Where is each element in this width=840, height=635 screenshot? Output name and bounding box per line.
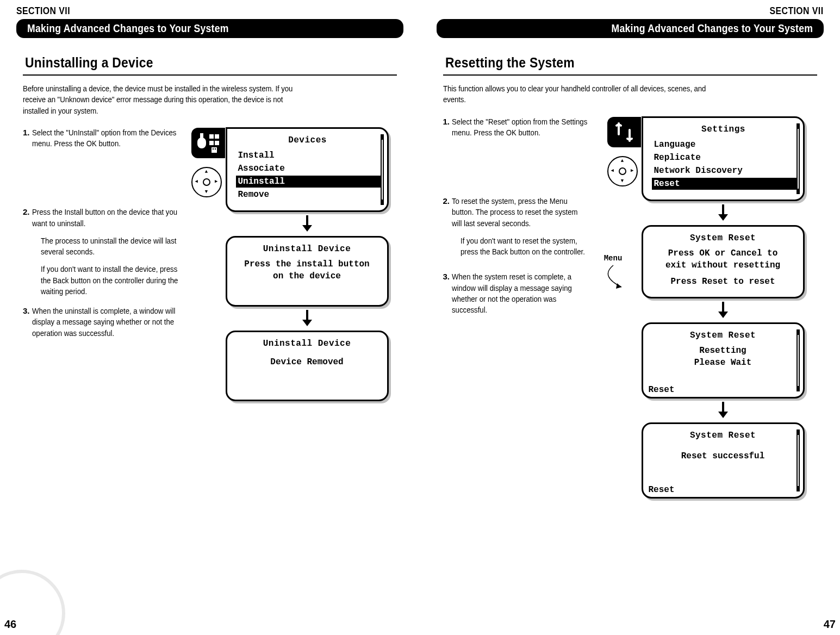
flow-arrow-icon xyxy=(715,402,731,418)
lcd-title: System Reset xyxy=(648,331,799,340)
lcd-softkey-label: Reset xyxy=(649,485,675,495)
page-number-right: 47 xyxy=(824,618,836,631)
subheading-left: Uninstalling a Device xyxy=(23,54,397,76)
lcd-resetting: System Reset Resetting Please Wait Reset xyxy=(642,322,805,399)
intro-left: Before uninstalling a device, the device… xyxy=(23,83,349,116)
menu-item: Install xyxy=(236,150,381,161)
svg-marker-14 xyxy=(718,214,728,221)
lcd-text: Device Removed xyxy=(232,356,383,368)
steps-left: 1. Select the "UnInstall" option from th… xyxy=(23,127,201,401)
lcd-reset-result: System Reset Reset successful Reset xyxy=(642,422,805,499)
devices-icon xyxy=(191,128,225,158)
menu-item: Network Discovery xyxy=(652,165,797,177)
steps-right: 1. Select the "Reset" option from the Se… xyxy=(443,116,606,499)
svg-marker-19 xyxy=(718,412,728,418)
step: 1. Select the "Reset" option from the Se… xyxy=(443,116,606,139)
svg-marker-12 xyxy=(302,320,312,326)
lcd-title: Devices xyxy=(233,135,383,145)
subheading-right: Resetting the System xyxy=(443,54,818,76)
page-number-left: 46 xyxy=(4,618,16,631)
menu-item: Remove xyxy=(236,189,381,201)
flow-arrow-icon xyxy=(715,204,731,221)
step: 2. Press the Install button on the devic… xyxy=(23,207,201,297)
section-label-left: SECTION VII xyxy=(16,5,70,17)
intro-right: This function allows you to clear your h… xyxy=(443,83,769,105)
lcd-title: Uninstall Device xyxy=(232,244,383,254)
scrollbar-icon xyxy=(797,329,800,391)
lcd-devices-menu: ▲▼◀▶ Devices InstallAssociateUninstallRe… xyxy=(226,127,389,212)
menu-item: Language xyxy=(652,139,797,151)
flow-arrow-icon xyxy=(299,310,315,326)
scrollbar-icon xyxy=(381,134,384,205)
menu-item: Replicate xyxy=(652,152,797,164)
lcd-text: Press OK or Cancel to xyxy=(648,247,799,259)
svg-rect-3 xyxy=(215,134,219,139)
lcd-reset-prompt: Menu System Reset Press OK or Cancel to … xyxy=(642,225,805,298)
menu-item: Associate xyxy=(236,163,381,175)
svg-rect-5 xyxy=(215,141,219,145)
svg-rect-6 xyxy=(211,147,217,153)
dpad-icon: ▲▼◀▶ xyxy=(191,167,222,197)
step: 2. To reset the system, press the Menu b… xyxy=(443,196,606,257)
menu-button-callout: Menu xyxy=(589,254,638,292)
lcd-title: System Reset xyxy=(648,431,799,440)
lcd-title: Uninstall Device xyxy=(232,339,383,348)
lcd-text: Press Reset to reset xyxy=(648,276,799,288)
heading-bar-right: Making Advanced Changes to Your System xyxy=(437,19,824,38)
menu-item: Uninstall xyxy=(236,176,381,188)
lcd-uninstall-result: Uninstall Device Device Removed xyxy=(226,331,389,401)
lcd-uninstall-prompt: Uninstall Device Press the install butto… xyxy=(226,236,389,307)
lcd-title: Settings xyxy=(649,124,799,134)
lcd-text: Reset successful xyxy=(648,450,799,462)
flow-arrow-icon xyxy=(715,302,731,318)
step: 3. When the system reset is complete, a … xyxy=(443,271,606,315)
lcd-text: exit without resetting xyxy=(648,259,799,271)
lcd-text: Please Wait xyxy=(648,357,799,369)
svg-rect-4 xyxy=(209,141,214,145)
heading-bar-left: Making Advanced Changes to Your System xyxy=(16,19,403,38)
svg-point-8 xyxy=(214,148,215,150)
step: 3. When the uninstall is complete, a win… xyxy=(23,306,201,339)
lcd-text: Press the install button xyxy=(232,258,383,270)
section-label-right: SECTION VII xyxy=(770,5,824,17)
svg-point-7 xyxy=(212,148,213,150)
scrollbar-icon xyxy=(797,429,800,491)
lcd-softkey-label: Reset xyxy=(649,385,675,395)
lcd-settings-menu: ▲▼◀▶ Settings LanguageReplicateNetwork D… xyxy=(642,116,805,201)
svg-rect-2 xyxy=(209,134,214,139)
lcd-title: System Reset xyxy=(648,233,799,243)
dpad-icon: ▲▼◀▶ xyxy=(607,156,638,186)
lcd-text: on the device xyxy=(232,270,383,282)
lcd-text: Resetting xyxy=(648,345,799,357)
svg-rect-1 xyxy=(200,133,203,139)
svg-marker-10 xyxy=(302,225,312,232)
step: 1. Select the "UnInstall" option from th… xyxy=(23,127,201,150)
svg-marker-17 xyxy=(718,312,728,318)
tools-icon xyxy=(607,117,641,147)
menu-item: Reset xyxy=(652,178,797,190)
flow-arrow-icon xyxy=(299,215,315,232)
scrollbar-icon xyxy=(797,123,800,194)
svg-rect-0 xyxy=(197,138,206,148)
